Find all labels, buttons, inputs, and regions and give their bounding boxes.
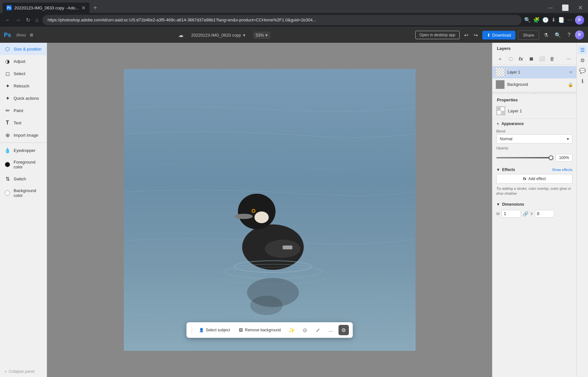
- mask-button[interactable]: ◌: [506, 54, 515, 63]
- dimensions-arrow-icon: ▼: [496, 202, 500, 207]
- x-input[interactable]: [535, 210, 554, 218]
- circle-button[interactable]: ⊙: [300, 325, 310, 335]
- download-button[interactable]: ⬇ Download: [482, 31, 516, 40]
- app-header: Ps (Beta) ≡ ☁ 20220123-IMG_0633 copy ▾ 5…: [0, 27, 588, 43]
- extensions-icon[interactable]: 🧩: [533, 17, 540, 23]
- link-dimensions-icon[interactable]: 🔗: [523, 211, 528, 216]
- width-input[interactable]: [501, 210, 521, 218]
- layer-item-background[interactable]: Background 🔒: [492, 78, 576, 91]
- download-icon[interactable]: ⬇: [551, 17, 556, 23]
- opacity-slider[interactable]: [496, 157, 553, 158]
- file-name-button[interactable]: 20220123-IMG_0633 copy ▾: [189, 31, 248, 39]
- background-lock-icon: 🔒: [568, 82, 573, 87]
- sidebar-item-adjust[interactable]: ◑ Adjust: [0, 55, 47, 67]
- address-input[interactable]: [42, 15, 522, 25]
- user-avatar[interactable]: P: [575, 30, 584, 40]
- smart-object-button[interactable]: ◼: [527, 54, 536, 63]
- layers-list: Layer 1 👁 Background 🔒: [492, 65, 576, 92]
- add-layer-button[interactable]: +: [496, 54, 505, 63]
- open-desktop-button[interactable]: Open in desktop app: [415, 31, 460, 39]
- sidebar-item-import-image[interactable]: ⊕ Import image: [0, 129, 47, 141]
- remove-bg-icon: 🖼: [239, 328, 243, 332]
- download-arrow-icon: ⬇: [487, 33, 490, 38]
- sidebar-item-label-eyedropper: Eyedropper: [14, 148, 35, 153]
- help-icon[interactable]: ?: [566, 31, 572, 39]
- opacity-input[interactable]: 100%: [556, 154, 572, 162]
- search-icon[interactable]: 🔍: [553, 31, 563, 40]
- remove-background-button[interactable]: 🖼 Remove background: [236, 326, 284, 334]
- new-tab-button[interactable]: +: [91, 4, 100, 12]
- home-button[interactable]: ⌂: [34, 16, 40, 24]
- redo-button[interactable]: ↪: [472, 31, 480, 40]
- bookmarks-icon[interactable]: 📑: [558, 17, 565, 23]
- settings-button[interactable]: ⚙: [338, 325, 349, 335]
- opacity-thumb[interactable]: [549, 155, 553, 160]
- sparkle-button[interactable]: ✨: [287, 325, 297, 335]
- group-button[interactable]: ⬜: [537, 54, 546, 63]
- effect-hint-text: Try adding a stroke, color overlay, oute…: [492, 186, 576, 200]
- show-effects-button[interactable]: Show effects: [552, 168, 572, 172]
- dimensions-toggle[interactable]: ▼ Dimensions: [492, 200, 576, 209]
- maximize-button[interactable]: ⬜: [559, 4, 571, 11]
- profile-avatar[interactable]: P: [575, 16, 584, 25]
- delete-layer-button[interactable]: 🗑: [547, 54, 557, 63]
- sidebar-item-label-quick-actions: Quick actions: [14, 96, 39, 101]
- opacity-row: Opacity: [496, 146, 572, 151]
- sidebar-item-switch[interactable]: ⇅ Switch: [0, 173, 47, 185]
- sidebar-item-foreground-color[interactable]: Foreground color: [0, 156, 47, 173]
- canvas-area[interactable]: 👤 Select subject 🖼 Remove background ✨ ⊙…: [47, 43, 492, 377]
- add-effect-button[interactable]: fx Add effect: [496, 174, 572, 184]
- refresh-button[interactable]: ↻: [25, 16, 31, 24]
- add-effect-label: Add effect: [528, 177, 546, 181]
- active-tab[interactable]: Ps 20220123-IMG_0633 copy - Ado... ✕: [3, 3, 89, 13]
- far-right-layers-button[interactable]: ☰: [578, 45, 587, 54]
- file-name-arrow: ▾: [243, 33, 245, 38]
- background-name: Background: [507, 82, 565, 87]
- share-button[interactable]: Share: [518, 30, 539, 40]
- layers-more-button[interactable]: ⋯: [564, 54, 573, 63]
- select-icon: ◻: [5, 71, 10, 76]
- sidebar-item-background-color[interactable]: Background color: [0, 185, 47, 201]
- close-window-button[interactable]: ✕: [575, 4, 585, 11]
- move-button[interactable]: ⤢: [312, 325, 323, 335]
- undo-button[interactable]: ↩: [462, 31, 470, 40]
- far-right-comment-button[interactable]: 💬: [578, 66, 587, 75]
- collapse-arrows-icon: «: [5, 369, 7, 374]
- sidebar-item-select[interactable]: ◻ Select: [0, 67, 47, 80]
- canvas-svg: [124, 69, 416, 351]
- appearance-content: Blend Normal ▾ Opacity 100%: [492, 128, 576, 165]
- fx-button[interactable]: fx: [516, 54, 525, 63]
- zoom-button[interactable]: 53% ▾: [253, 31, 270, 39]
- sidebar-item-text[interactable]: T Text: [0, 117, 47, 129]
- far-right-info-button[interactable]: ℹ: [578, 76, 587, 86]
- sidebar-item-retouch[interactable]: ✦ Retouch: [0, 80, 47, 92]
- forward-button[interactable]: →: [14, 16, 22, 24]
- sidebar-item-label-background-color: Background color: [14, 188, 42, 198]
- lab-icon[interactable]: ⚗: [542, 31, 550, 40]
- lens-icon[interactable]: 🔍: [524, 17, 531, 23]
- more-icon[interactable]: ⋯: [567, 17, 572, 23]
- canvas-image[interactable]: 👤 Select subject 🖼 Remove background ✨ ⊙…: [124, 69, 416, 351]
- select-subject-button[interactable]: 👤 Select subject: [196, 326, 233, 334]
- background-thumbnail: [496, 80, 505, 89]
- collapse-panel-button[interactable]: « Collapse panel: [0, 366, 47, 377]
- layer1-visibility-icon[interactable]: 👁: [569, 70, 573, 75]
- layer-item-layer1[interactable]: Layer 1 👁: [492, 66, 576, 78]
- minimize-button[interactable]: ─: [546, 5, 555, 11]
- history-icon[interactable]: 🕐: [542, 17, 549, 23]
- sidebar-item-eyedropper[interactable]: 💧 Eyedropper: [0, 144, 47, 156]
- tab-close-button[interactable]: ✕: [81, 5, 86, 11]
- blend-mode-select[interactable]: Normal ▾: [496, 134, 572, 143]
- quick-actions-icon: ✦: [5, 95, 10, 101]
- paint-icon: ✏: [5, 108, 10, 113]
- far-right-adjust-button[interactable]: ⚙: [578, 56, 587, 65]
- sidebar-item-paint[interactable]: ✏ Paint: [0, 104, 47, 117]
- effects-toggle[interactable]: ▼ Effects Show effects: [492, 165, 576, 174]
- sidebar-item-size-position[interactable]: ⬡ Size & position: [0, 43, 47, 55]
- sidebar-item-quick-actions[interactable]: ✦ Quick actions: [0, 92, 47, 104]
- hamburger-menu[interactable]: ≡: [30, 32, 33, 39]
- opacity-label: Opacity: [496, 146, 508, 150]
- back-button[interactable]: ←: [4, 16, 12, 24]
- appearance-toggle[interactable]: ▼ Appearance: [492, 119, 576, 128]
- more-options-button[interactable]: ...: [325, 325, 336, 335]
